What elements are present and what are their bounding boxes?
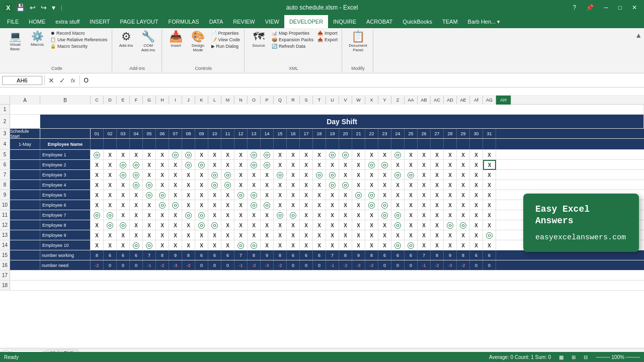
- schedule-cell[interactable]: X: [313, 150, 326, 160]
- schedule-cell[interactable]: O: [130, 160, 143, 170]
- schedule-cell[interactable]: X: [444, 210, 457, 220]
- schedule-cell[interactable]: O: [378, 160, 391, 170]
- schedule-cell[interactable]: X: [117, 230, 130, 240]
- schedule-cell[interactable]: X: [457, 150, 470, 160]
- schedule-cell[interactable]: O: [195, 220, 208, 230]
- schedule-cell[interactable]: X: [457, 230, 470, 240]
- tab-quickbooks[interactable]: QuickBooks: [397, 15, 437, 28]
- need-number-cell[interactable]: -1: [234, 260, 248, 270]
- working-number-cell[interactable]: 9: [261, 250, 274, 260]
- schedule-cell[interactable]: X: [143, 150, 156, 160]
- schedule-cell[interactable]: X: [104, 190, 117, 200]
- schedule-cell[interactable]: X: [195, 150, 208, 160]
- schedule-cell[interactable]: X: [169, 220, 182, 230]
- schedule-cell[interactable]: X: [326, 230, 339, 240]
- schedule-cell[interactable]: X: [365, 230, 378, 240]
- close-button[interactable]: ✕: [629, 3, 640, 12]
- schedule-cell[interactable]: X: [352, 170, 365, 180]
- tab-home[interactable]: HOME: [24, 15, 50, 28]
- macro-security-button[interactable]: 🔒 Macro Security: [49, 43, 109, 49]
- schedule-cell[interactable]: X: [287, 200, 300, 210]
- schedule-cell[interactable]: X: [405, 180, 418, 190]
- schedule-cell[interactable]: O: [457, 220, 470, 230]
- schedule-cell[interactable]: X: [352, 200, 365, 210]
- day-header-cell[interactable]: [391, 139, 405, 149]
- tab-acrobat[interactable]: ACROBAT: [361, 15, 397, 28]
- empty-cell[interactable]: [10, 105, 644, 114]
- schedule-cell[interactable]: O: [91, 150, 104, 160]
- day-header-cell[interactable]: [261, 139, 274, 149]
- day-header-cell[interactable]: [182, 139, 195, 149]
- need-label-cell[interactable]: number need: [40, 260, 91, 270]
- schedule-cell[interactable]: X: [444, 230, 457, 240]
- page-layout-icon[interactable]: ⊞: [572, 354, 576, 360]
- schedule-cell[interactable]: O: [391, 210, 405, 220]
- schedule-cell[interactable]: X: [208, 200, 221, 210]
- need-number-cell[interactable]: 0: [378, 260, 391, 270]
- schedule-cell[interactable]: X: [418, 150, 431, 160]
- working-number-cell[interactable]: 7: [234, 250, 248, 260]
- schedule-cell[interactable]: X: [274, 150, 287, 160]
- schedule-cell[interactable]: O: [195, 160, 208, 170]
- schedule-cell[interactable]: X: [248, 170, 261, 180]
- need-number-cell[interactable]: -2: [91, 260, 104, 270]
- employee-name-cell[interactable]: Employee 5: [40, 190, 91, 200]
- schedule-cell[interactable]: O: [208, 180, 221, 190]
- schedule-cell[interactable]: X: [156, 230, 169, 240]
- schedule-cell[interactable]: X: [300, 190, 313, 200]
- need-number-cell[interactable]: -2: [339, 260, 352, 270]
- need-number-cell[interactable]: 0: [470, 260, 483, 270]
- schedule-cell[interactable]: X: [431, 200, 444, 210]
- day-num-cell[interactable]: 18: [313, 129, 326, 138]
- schedule-cell[interactable]: X: [457, 190, 470, 200]
- schedule-cell[interactable]: X: [274, 220, 287, 230]
- tab-developer[interactable]: DEVELOPER: [284, 15, 328, 28]
- com-addins-button[interactable]: 🔧 COMAdd-Ins: [138, 30, 158, 53]
- schedule-cell[interactable]: X: [391, 190, 405, 200]
- schedule-cell[interactable]: X: [182, 170, 195, 180]
- working-number-cell[interactable]: 6: [405, 250, 418, 260]
- schedule-cell[interactable]: O: [143, 240, 156, 250]
- cancel-formula-button[interactable]: ✕: [47, 76, 56, 84]
- day-header-cell[interactable]: [378, 139, 391, 149]
- schedule-cell[interactable]: X: [457, 210, 470, 220]
- employee-row-a[interactable]: [10, 170, 40, 179]
- schedule-cell[interactable]: X: [169, 190, 182, 200]
- working-number-cell[interactable]: 8: [156, 250, 169, 260]
- need-number-cell[interactable]: -3: [261, 260, 274, 270]
- need-number-cell[interactable]: 0: [313, 260, 326, 270]
- schedule-cell[interactable]: X: [313, 210, 326, 220]
- map-properties-button[interactable]: 📊 Map Properties: [271, 30, 314, 36]
- employee-row-a[interactable]: [10, 230, 40, 240]
- working-a[interactable]: [10, 250, 40, 260]
- need-number-cell[interactable]: -2: [274, 260, 287, 270]
- schedule-cell[interactable]: O: [130, 240, 143, 250]
- need-number-cell[interactable]: -2: [156, 260, 169, 270]
- working-number-cell[interactable]: 8: [431, 250, 444, 260]
- zoom-slider[interactable]: ──── 100% ────: [596, 354, 640, 360]
- schedule-cell[interactable]: X: [483, 160, 496, 170]
- schedule-cell[interactable]: X: [195, 230, 208, 240]
- schedule-cell[interactable]: X: [234, 180, 248, 190]
- schedule-cell[interactable]: X: [365, 210, 378, 220]
- schedule-cell[interactable]: X: [391, 200, 405, 210]
- schedule-cell[interactable]: X: [234, 170, 248, 180]
- formula-input[interactable]: [82, 77, 642, 84]
- schedule-cell[interactable]: X: [169, 230, 182, 240]
- schedule-cell[interactable]: X: [261, 170, 274, 180]
- day-header-cell[interactable]: [457, 139, 470, 149]
- schedule-cell[interactable]: O: [274, 170, 287, 180]
- schedule-cell[interactable]: X: [365, 170, 378, 180]
- schedule-cell[interactable]: X: [444, 190, 457, 200]
- schedule-start-cell[interactable]: Schedule Start: [10, 129, 40, 138]
- employee-row-a[interactable]: [10, 190, 40, 200]
- schedule-cell[interactable]: X: [339, 210, 352, 220]
- schedule-cell[interactable]: X: [143, 170, 156, 180]
- schedule-cell[interactable]: X: [182, 200, 195, 210]
- add-ins-button[interactable]: ⚙ Add-Ins: [116, 30, 136, 49]
- schedule-cell[interactable]: X: [470, 240, 483, 250]
- schedule-cell[interactable]: O: [391, 220, 405, 230]
- schedule-cell[interactable]: X: [378, 220, 391, 230]
- need-number-cell[interactable]: -2: [431, 260, 444, 270]
- need-number-cell[interactable]: 0: [287, 260, 300, 270]
